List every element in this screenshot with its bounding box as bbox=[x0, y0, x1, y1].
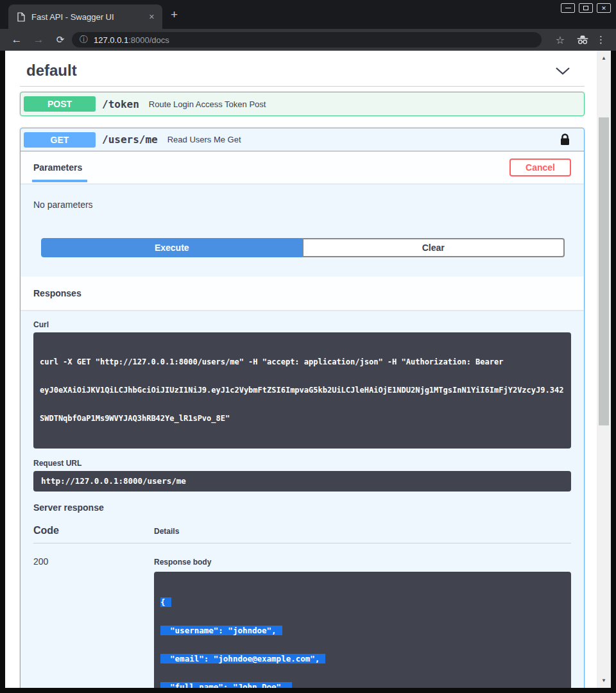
opblock-summary[interactable]: POST /token Route Login Access Token Pos… bbox=[21, 92, 584, 116]
curl-command[interactable]: curl -X GET "http://127.0.0.1:8000/users… bbox=[33, 332, 571, 449]
response-body-label: Response body bbox=[154, 558, 571, 567]
curl-line: curl -X GET "http://127.0.0.1:8000/users… bbox=[40, 357, 565, 367]
parameters-section-header: Parameters Cancel bbox=[21, 151, 584, 184]
swagger-page: default POST /token Route Login Access T… bbox=[5, 51, 597, 688]
close-button[interactable]: ✕ bbox=[597, 3, 611, 13]
section-divider bbox=[20, 86, 585, 87]
tab-parameters[interactable]: Parameters bbox=[33, 162, 82, 173]
minimize-button[interactable] bbox=[561, 3, 575, 13]
tab-close-icon[interactable]: ✕ bbox=[146, 12, 157, 22]
url-path: :8000/docs bbox=[128, 35, 169, 45]
browser-menu-icon[interactable]: ⋮ bbox=[596, 29, 606, 51]
responses-section-header: Responses bbox=[21, 277, 584, 310]
back-button[interactable]: ← bbox=[9, 29, 24, 51]
endpoint-path: /token bbox=[102, 98, 139, 110]
minimize-icon bbox=[565, 8, 571, 8]
response-body-line: "username": "johndoe", bbox=[160, 626, 565, 636]
browser-tab[interactable]: Fast API - Swagger UI ✕ bbox=[8, 4, 162, 29]
no-parameters-text: No parameters bbox=[21, 184, 584, 210]
method-badge-post: POST bbox=[24, 96, 96, 112]
scroll-up-icon[interactable]: ▲ bbox=[597, 54, 611, 63]
curl-label: Curl bbox=[33, 320, 571, 329]
execute-button[interactable]: Execute bbox=[41, 238, 303, 257]
tab-title: Fast API - Swagger UI bbox=[31, 12, 146, 22]
url-host: 127.0.0.1 bbox=[94, 35, 128, 45]
forward-button[interactable]: → bbox=[31, 29, 46, 51]
opblock-summary[interactable]: GET /users/me Read Users Me Get bbox=[21, 128, 584, 151]
response-details: Response body { "username": "johndoe", "… bbox=[154, 555, 571, 688]
method-badge-get: GET bbox=[24, 132, 96, 148]
reload-button[interactable]: ⟳ bbox=[53, 29, 68, 51]
chevron-down-icon[interactable] bbox=[555, 67, 570, 75]
responses-title: Responses bbox=[33, 288, 81, 298]
responses-body: Curl curl -X GET "http://127.0.0.1:8000/… bbox=[21, 310, 584, 688]
lock-icon bbox=[560, 133, 570, 146]
curl-line: SWDTNqbfOaP1Ms9WVYJAQ3hRB42Ye_lR1sPvo_8E… bbox=[40, 414, 565, 424]
site-info-icon[interactable]: ⓘ bbox=[80, 34, 88, 46]
endpoint-path: /users/me bbox=[102, 133, 158, 146]
response-body-line: "email": "johndoe@example.com", bbox=[160, 654, 565, 664]
url-bar[interactable]: ⓘ 127.0.0.1:8000/docs bbox=[72, 32, 542, 47]
tag-title: default bbox=[26, 62, 77, 80]
opblock-post-token: POST /token Route Login Access Token Pos… bbox=[20, 92, 585, 116]
scroll-down-icon[interactable]: ▼ bbox=[597, 676, 611, 685]
status-code: 200 bbox=[33, 555, 154, 688]
endpoint-summary: Route Login Access Token Post bbox=[149, 99, 266, 109]
maximize-button[interactable] bbox=[579, 3, 593, 13]
endpoint-summary: Read Users Me Get bbox=[167, 135, 241, 144]
request-url-value: http://127.0.0.1:8000/users/me bbox=[33, 471, 571, 492]
cancel-button[interactable]: Cancel bbox=[509, 158, 571, 176]
clear-button[interactable]: Clear bbox=[303, 238, 565, 257]
close-icon: ✕ bbox=[601, 5, 606, 12]
page-viewport: default POST /token Route Login Access T… bbox=[5, 51, 611, 688]
details-column-header: Details bbox=[154, 527, 179, 536]
page-scrollbar[interactable]: ▲ ▼ bbox=[597, 51, 611, 688]
new-tab-button[interactable]: + bbox=[171, 8, 178, 22]
browser-window: Fast API - Swagger UI ✕ + ✕ ← → ⟳ ⓘ 127.… bbox=[0, 0, 616, 693]
code-column-header: Code bbox=[33, 525, 154, 536]
response-body-line: { bbox=[160, 598, 565, 608]
maximize-icon bbox=[583, 6, 588, 10]
server-response-label: Server response bbox=[33, 502, 571, 513]
tab-strip: Fast API - Swagger UI ✕ + ✕ bbox=[0, 0, 616, 29]
execute-wrapper: Execute Clear bbox=[21, 210, 584, 277]
curl-line: eyJ0eXAiOiJKV1QiLCJhbGciOiJIUzI1NiJ9.eyJ… bbox=[40, 386, 565, 395]
incognito-icon bbox=[576, 29, 589, 51]
window-controls: ✕ bbox=[561, 3, 611, 13]
bookmark-star-icon[interactable]: ☆ bbox=[556, 29, 565, 51]
tag-section-header[interactable]: default bbox=[26, 62, 585, 80]
live-response-row: 200 Response body { "username": "johndoe… bbox=[33, 543, 571, 688]
response-body[interactable]: { "username": "johndoe", "email": "johnd… bbox=[154, 572, 571, 688]
browser-toolbar: ← → ⟳ ⓘ 127.0.0.1:8000/docs ☆ ⋮ bbox=[0, 29, 616, 51]
page-icon bbox=[17, 12, 25, 22]
response-body-line: "full_name": "John Doe", bbox=[160, 683, 565, 688]
scrollbar-thumb[interactable] bbox=[599, 117, 609, 425]
request-url-label: Request URL bbox=[33, 459, 571, 468]
live-response-table-header: Code Details bbox=[33, 513, 571, 543]
opblock-get-users-me: GET /users/me Read Users Me Get Paramete… bbox=[20, 128, 585, 688]
auth-lock-button[interactable] bbox=[560, 133, 570, 146]
